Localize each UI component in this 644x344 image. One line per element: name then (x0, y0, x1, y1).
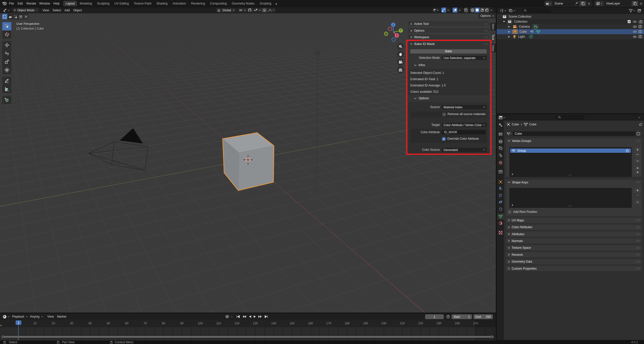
svg-text:Z: Z (392, 23, 394, 26)
svg-text:X: X (396, 34, 398, 37)
svg-text:Y: Y (400, 29, 402, 32)
